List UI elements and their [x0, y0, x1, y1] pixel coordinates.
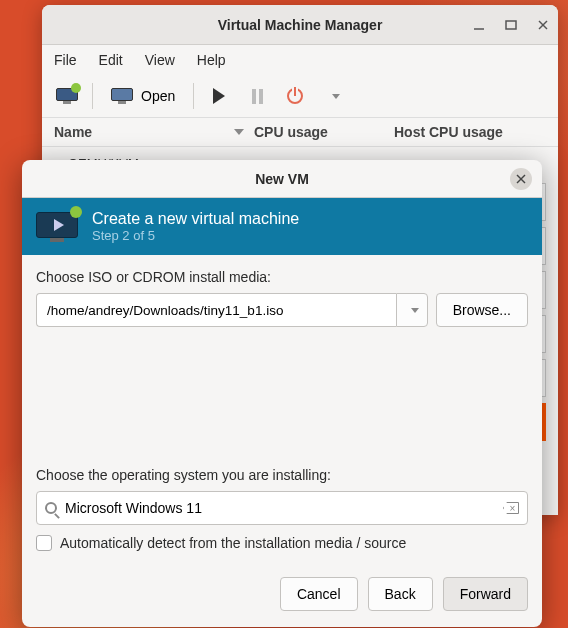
chevron-down-icon — [411, 308, 419, 313]
window-controls — [472, 18, 550, 32]
search-icon — [45, 502, 57, 514]
open-label: Open — [141, 88, 175, 104]
open-button[interactable]: Open — [101, 79, 185, 113]
pause-icon — [252, 89, 263, 104]
cancel-button[interactable]: Cancel — [280, 577, 358, 611]
os-search-field — [36, 491, 528, 525]
power-icon — [287, 88, 303, 104]
new-vm-button[interactable] — [50, 79, 84, 113]
forward-button[interactable]: Forward — [443, 577, 528, 611]
menubar: File Edit View Help — [42, 45, 558, 75]
column-cpu[interactable]: CPU usage — [254, 124, 394, 140]
maximize-button[interactable] — [504, 18, 518, 32]
column-name[interactable]: Name — [54, 124, 254, 140]
columns-header: Name CPU usage Host CPU usage — [42, 117, 558, 147]
iso-path-input[interactable] — [36, 293, 396, 327]
run-button[interactable] — [202, 79, 236, 113]
shutdown-button[interactable] — [278, 79, 312, 113]
autodetect-label: Automatically detect from the installati… — [60, 535, 406, 551]
separator — [193, 83, 194, 109]
dialog-footer: Cancel Back Forward — [22, 565, 542, 627]
iso-dropdown-button[interactable] — [396, 293, 428, 327]
back-button[interactable]: Back — [368, 577, 433, 611]
dialog-body: Choose ISO or CDROM install media: Brows… — [22, 255, 542, 565]
close-button[interactable] — [536, 18, 550, 32]
window-title: Virtual Machine Manager — [218, 17, 383, 33]
autodetect-row: Automatically detect from the installati… — [36, 535, 528, 551]
os-input[interactable] — [65, 500, 495, 516]
banner-step: Step 2 of 5 — [92, 228, 299, 243]
clear-input-icon[interactable] — [503, 502, 519, 514]
minimize-button[interactable] — [472, 18, 486, 32]
os-label: Choose the operating system you are inst… — [36, 467, 528, 483]
pause-button[interactable] — [240, 79, 274, 113]
menu-view[interactable]: View — [145, 52, 175, 68]
svg-rect-1 — [506, 21, 516, 29]
dialog-close-button[interactable] — [510, 168, 532, 190]
banner-title: Create a new virtual machine — [92, 210, 299, 228]
sort-indicator-icon — [234, 129, 244, 135]
autodetect-checkbox[interactable] — [36, 535, 52, 551]
monitor-icon — [111, 88, 133, 104]
chevron-down-icon — [332, 94, 340, 99]
iso-row: Browse... — [36, 293, 528, 327]
column-host-cpu[interactable]: Host CPU usage — [394, 124, 546, 140]
iso-label: Choose ISO or CDROM install media: — [36, 269, 528, 285]
dialog-banner: Create a new virtual machine Step 2 of 5 — [22, 198, 542, 255]
browse-button[interactable]: Browse... — [436, 293, 528, 327]
shutdown-menu-button[interactable] — [316, 79, 350, 113]
menu-file[interactable]: File — [54, 52, 77, 68]
new-vm-dialog: New VM Create a new virtual machine Step… — [22, 160, 542, 627]
play-icon — [213, 88, 225, 104]
menu-help[interactable]: Help — [197, 52, 226, 68]
titlebar: Virtual Machine Manager — [42, 5, 558, 45]
iso-combo — [36, 293, 428, 327]
os-row — [36, 491, 528, 525]
dialog-titlebar: New VM — [22, 160, 542, 198]
toolbar: Open — [42, 75, 558, 117]
dialog-title: New VM — [255, 171, 309, 187]
banner-text: Create a new virtual machine Step 2 of 5 — [92, 210, 299, 243]
new-vm-banner-icon — [36, 212, 78, 242]
separator — [92, 83, 93, 109]
menu-edit[interactable]: Edit — [99, 52, 123, 68]
new-vm-icon — [56, 88, 78, 104]
close-icon — [516, 174, 526, 184]
